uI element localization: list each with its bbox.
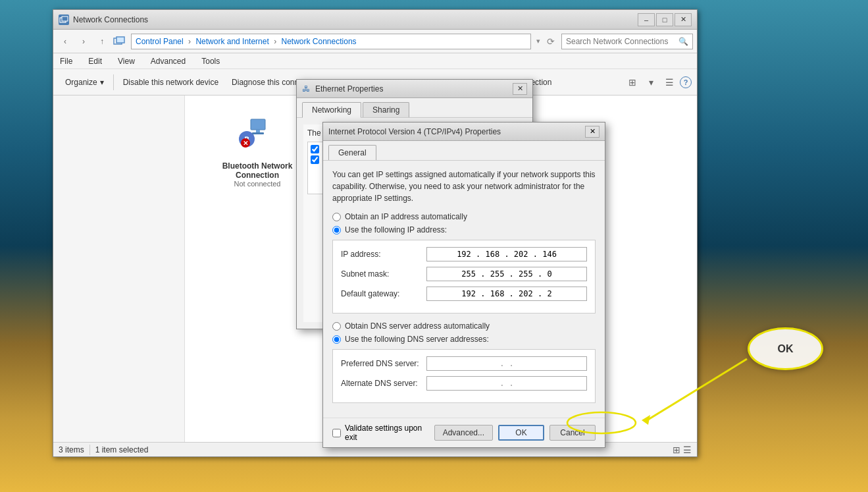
ok-button[interactable]: OK bbox=[498, 425, 544, 441]
manual-dns-radio[interactable] bbox=[332, 335, 341, 344]
advanced-button[interactable]: Advanced... bbox=[434, 425, 493, 441]
minimize-button[interactable]: – bbox=[638, 13, 655, 26]
subnet-mask-input[interactable] bbox=[426, 267, 587, 281]
svg-rect-6 bbox=[251, 119, 265, 130]
dns-radio-group: Obtain DNS server address automatically … bbox=[332, 321, 596, 344]
breadcrumb: Control Panel › Network and Internet › N… bbox=[136, 37, 357, 46]
ipv4-title-text: Internet Protocol Version 4 (TCP/IPv4) P… bbox=[328, 127, 585, 136]
menu-file[interactable]: File bbox=[57, 55, 75, 67]
subnet-mask-label: Subnet mask: bbox=[341, 269, 426, 279]
selected-count: 1 item selected bbox=[95, 445, 149, 454]
validate-row: Validate settings upon exit bbox=[332, 424, 434, 442]
toolbar-separator-1 bbox=[113, 74, 114, 90]
ipv4-close-button[interactable]: ✕ bbox=[585, 126, 600, 138]
view-dropdown-button[interactable]: ▾ bbox=[643, 74, 659, 90]
search-input[interactable] bbox=[566, 37, 678, 46]
footer-buttons: Advanced... OK Cancel bbox=[434, 425, 596, 441]
window-controls: – □ ✕ bbox=[638, 13, 692, 26]
ipv4-tabs: General bbox=[323, 141, 605, 161]
maximize-button[interactable]: □ bbox=[656, 13, 673, 26]
address-bar: ‹ › ↑ Control Panel › Network and Intern… bbox=[53, 30, 697, 53]
status-separator bbox=[89, 445, 90, 455]
preferred-dns-input[interactable] bbox=[426, 356, 587, 371]
items-count: 3 items bbox=[59, 445, 84, 454]
bluetooth-icon-wrap: ʙ ✕ bbox=[238, 117, 277, 156]
search-box: 🔍 bbox=[561, 34, 693, 49]
ethernet-dialog-close-button[interactable]: ✕ bbox=[513, 83, 527, 95]
ip-address-row: IP address: bbox=[341, 247, 587, 261]
ethernet-dialog-title-bar: 🖧 Ethernet Properties ✕ bbox=[297, 80, 532, 98]
svg-rect-3 bbox=[116, 37, 124, 43]
manual-ip-radio[interactable] bbox=[332, 226, 341, 234]
organize-arrow-icon: ▾ bbox=[100, 78, 104, 87]
ipv4-properties-dialog: Internet Protocol Version 4 (TCP/IPv4) P… bbox=[322, 122, 605, 448]
validate-checkbox[interactable] bbox=[332, 429, 341, 437]
ethernet-dialog-title-text: Ethernet Properties bbox=[315, 84, 513, 94]
toolbar-right: ⊞ ▾ ☰ ? bbox=[625, 74, 692, 90]
bluetooth-network-icon: ʙ ✕ bbox=[238, 117, 272, 151]
menu-edit[interactable]: Edit bbox=[86, 55, 105, 67]
ip-address-radio-group: Obtain an IP address automatically Use t… bbox=[332, 212, 596, 234]
preferred-dns-label: Preferred DNS server: bbox=[341, 359, 426, 368]
window-icon bbox=[59, 14, 69, 25]
ipv4-footer: Validate settings upon exit Advanced... … bbox=[323, 418, 605, 447]
auto-dns-label[interactable]: Obtain DNS server address automatically bbox=[345, 321, 490, 331]
dropdown-arrow-icon: ▾ bbox=[536, 37, 540, 45]
menu-tools[interactable]: Tools bbox=[199, 55, 222, 67]
ethernet-dialog-tabs: Networking Sharing bbox=[297, 98, 532, 118]
default-gateway-input[interactable] bbox=[426, 287, 587, 301]
window-title: Network Connections bbox=[73, 15, 638, 24]
dns-form: Preferred DNS server: Alternate DNS serv… bbox=[332, 349, 596, 403]
ethernet-dialog-icon: 🖧 bbox=[302, 84, 311, 94]
disable-device-button[interactable]: Disable this network device bbox=[116, 72, 225, 93]
address-path[interactable]: Control Panel › Network and Internet › N… bbox=[131, 34, 531, 49]
refresh-button[interactable]: ⟳ bbox=[543, 34, 559, 49]
organize-button[interactable]: Organize ▾ bbox=[59, 72, 111, 93]
ipv4-tab-general[interactable]: General bbox=[328, 145, 376, 160]
status-view-list-icon[interactable]: ☰ bbox=[683, 445, 692, 455]
view-large-icons-button[interactable]: ⊞ bbox=[625, 74, 640, 90]
auto-ip-label[interactable]: Obtain an IP address automatically bbox=[345, 212, 467, 221]
cancel-button[interactable]: Cancel bbox=[549, 425, 596, 441]
ip-address-input[interactable] bbox=[426, 247, 587, 261]
item-checkbox-1[interactable] bbox=[311, 145, 319, 153]
status-right: ⊞ ☰ bbox=[673, 445, 692, 455]
ethernet-tab-sharing[interactable]: Sharing bbox=[363, 102, 409, 117]
svg-rect-7 bbox=[256, 130, 260, 132]
bluetooth-adapter-name: Bluetooth Network Connection bbox=[206, 161, 309, 180]
back-button[interactable]: ‹ bbox=[57, 34, 73, 49]
network-connections-link[interactable]: Network Connections bbox=[282, 37, 357, 46]
status-view-grid-icon[interactable]: ⊞ bbox=[673, 445, 680, 455]
item-checkbox-2[interactable] bbox=[311, 155, 319, 164]
default-gateway-label: Default gateway: bbox=[341, 289, 426, 298]
manual-ip-label[interactable]: Use the following IP address: bbox=[345, 225, 447, 234]
close-button[interactable]: ✕ bbox=[675, 13, 692, 26]
auto-ip-radio[interactable] bbox=[332, 213, 341, 221]
alternate-dns-input[interactable] bbox=[426, 376, 587, 391]
nav-pane bbox=[53, 96, 185, 442]
search-icon: 🔍 bbox=[678, 37, 688, 46]
ip-address-label: IP address: bbox=[341, 250, 426, 259]
control-panel-link[interactable]: Control Panel bbox=[136, 37, 184, 46]
auto-dns-radio[interactable] bbox=[332, 322, 341, 331]
ipv4-body: You can get IP settings assigned automat… bbox=[323, 161, 605, 418]
menu-bar: File Edit View Advanced Tools bbox=[53, 53, 697, 69]
menu-advanced[interactable]: Advanced bbox=[148, 55, 188, 67]
manual-dns-label[interactable]: Use the following DNS server addresses: bbox=[345, 335, 489, 344]
help-button[interactable]: ? bbox=[680, 76, 692, 88]
ethernet-tab-networking[interactable]: Networking bbox=[302, 102, 361, 118]
preferred-dns-row: Preferred DNS server: bbox=[341, 356, 587, 371]
alternate-dns-label: Alternate DNS server: bbox=[341, 379, 426, 388]
subnet-mask-row: Subnet mask: bbox=[341, 267, 587, 281]
up-button[interactable]: ↑ bbox=[94, 34, 110, 49]
forward-button[interactable]: › bbox=[76, 34, 91, 49]
network-internet-link[interactable]: Network and Internet bbox=[195, 37, 268, 46]
menu-view[interactable]: View bbox=[115, 55, 138, 67]
bluetooth-adapter-status: Not connected bbox=[234, 180, 281, 188]
view-details-button[interactable]: ☰ bbox=[661, 74, 677, 90]
validate-label: Validate settings upon exit bbox=[345, 424, 434, 442]
alternate-dns-row: Alternate DNS server: bbox=[341, 376, 587, 391]
title-bar: Network Connections – □ ✕ bbox=[53, 10, 697, 30]
svg-text:✕: ✕ bbox=[243, 140, 248, 147]
ipv4-title-bar: Internet Protocol Version 4 (TCP/IPv4) P… bbox=[323, 123, 605, 141]
